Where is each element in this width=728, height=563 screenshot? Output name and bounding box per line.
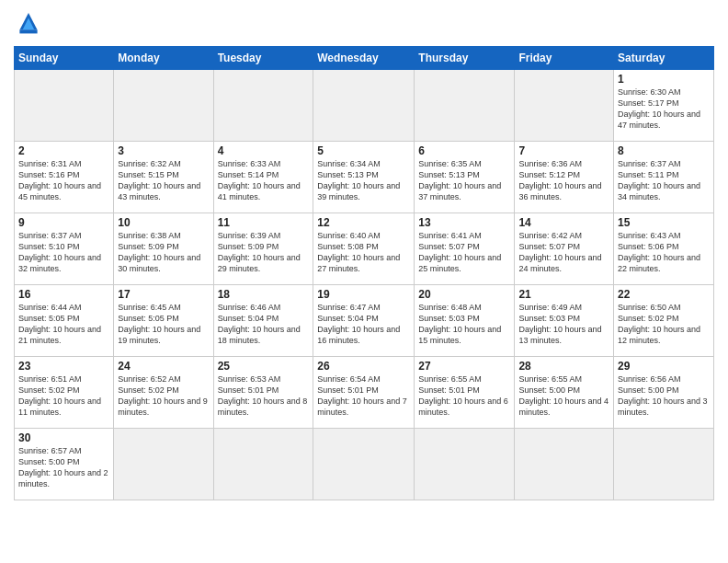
- day-cell: [114, 70, 213, 142]
- day-number: 4: [218, 144, 310, 157]
- day-number: 26: [317, 360, 410, 373]
- day-info: Sunrise: 6:45 AMSunset: 5:05 PMDaylight:…: [118, 302, 209, 347]
- svg-rect-2: [19, 29, 37, 33]
- day-number: 24: [118, 360, 209, 373]
- day-info: Sunrise: 6:51 AMSunset: 5:02 PMDaylight:…: [18, 373, 109, 419]
- day-info: Sunrise: 6:34 AMSunset: 5:13 PMDaylight:…: [317, 158, 410, 203]
- day-info: Sunrise: 6:57 AMSunset: 5:00 PMDaylight:…: [18, 445, 109, 490]
- weekday-row: SundayMondayTuesdayWednesdayThursdayFrid…: [15, 47, 714, 70]
- day-number: 1: [618, 73, 710, 86]
- logo: [14, 9, 47, 39]
- day-number: 30: [18, 431, 109, 444]
- day-number: 3: [118, 144, 209, 157]
- week-row-4: 16Sunrise: 6:44 AMSunset: 5:05 PMDayligh…: [15, 285, 714, 357]
- day-info: Sunrise: 6:54 AMSunset: 5:01 PMDaylight:…: [317, 373, 410, 419]
- day-number: 5: [317, 144, 410, 157]
- day-number: 14: [518, 216, 609, 229]
- day-info: Sunrise: 6:31 AMSunset: 5:16 PMDaylight:…: [18, 158, 109, 203]
- day-number: 25: [218, 360, 310, 373]
- day-cell: 5Sunrise: 6:34 AMSunset: 5:13 PMDaylight…: [313, 142, 415, 213]
- weekday-header-wednesday: Wednesday: [313, 47, 415, 70]
- day-cell: 7Sunrise: 6:36 AMSunset: 5:12 PMDaylight…: [515, 142, 614, 213]
- week-row-3: 9Sunrise: 6:37 AMSunset: 5:10 PMDaylight…: [15, 213, 714, 285]
- day-info: Sunrise: 6:47 AMSunset: 5:04 PMDaylight:…: [317, 302, 410, 347]
- day-number: 13: [418, 216, 510, 229]
- day-info: Sunrise: 6:33 AMSunset: 5:14 PMDaylight:…: [218, 158, 310, 203]
- day-info: Sunrise: 6:32 AMSunset: 5:15 PMDaylight:…: [118, 158, 209, 203]
- day-cell: [415, 429, 515, 500]
- day-number: 19: [317, 288, 410, 301]
- day-cell: 30Sunrise: 6:57 AMSunset: 5:00 PMDayligh…: [15, 429, 114, 500]
- day-cell: 24Sunrise: 6:52 AMSunset: 5:02 PMDayligh…: [114, 357, 213, 429]
- day-info: Sunrise: 6:41 AMSunset: 5:07 PMDaylight:…: [418, 230, 510, 275]
- day-cell: 25Sunrise: 6:53 AMSunset: 5:01 PMDayligh…: [213, 357, 313, 429]
- day-cell: 14Sunrise: 6:42 AMSunset: 5:07 PMDayligh…: [515, 213, 614, 285]
- day-info: Sunrise: 6:55 AMSunset: 5:00 PMDaylight:…: [518, 373, 609, 419]
- week-row-2: 2Sunrise: 6:31 AMSunset: 5:16 PMDaylight…: [15, 142, 714, 213]
- day-cell: 13Sunrise: 6:41 AMSunset: 5:07 PMDayligh…: [415, 213, 515, 285]
- weekday-header-friday: Friday: [515, 47, 614, 70]
- day-info: Sunrise: 6:50 AMSunset: 5:02 PMDaylight:…: [618, 302, 710, 347]
- day-number: 29: [618, 360, 710, 373]
- weekday-header-sunday: Sunday: [15, 47, 114, 70]
- day-info: Sunrise: 6:37 AMSunset: 5:11 PMDaylight:…: [618, 158, 710, 203]
- week-row-5: 23Sunrise: 6:51 AMSunset: 5:02 PMDayligh…: [15, 357, 714, 429]
- day-info: Sunrise: 6:30 AMSunset: 5:17 PMDaylight:…: [618, 86, 710, 132]
- day-cell: 22Sunrise: 6:50 AMSunset: 5:02 PMDayligh…: [614, 285, 714, 357]
- day-cell: 23Sunrise: 6:51 AMSunset: 5:02 PMDayligh…: [15, 357, 114, 429]
- weekday-header-monday: Monday: [114, 47, 213, 70]
- day-cell: [213, 429, 313, 500]
- day-cell: [614, 429, 714, 500]
- day-info: Sunrise: 6:35 AMSunset: 5:13 PMDaylight:…: [418, 158, 510, 203]
- calendar: SundayMondayTuesdayWednesdayThursdayFrid…: [14, 46, 714, 500]
- weekday-header-saturday: Saturday: [614, 47, 714, 70]
- day-cell: [515, 70, 614, 142]
- day-info: Sunrise: 6:49 AMSunset: 5:03 PMDaylight:…: [518, 302, 609, 347]
- day-number: 6: [418, 144, 510, 157]
- week-row-1: 1Sunrise: 6:30 AMSunset: 5:17 PMDaylight…: [15, 70, 714, 142]
- day-number: 8: [618, 144, 710, 157]
- day-cell: 17Sunrise: 6:45 AMSunset: 5:05 PMDayligh…: [114, 285, 213, 357]
- header: [14, 9, 714, 39]
- day-cell: 29Sunrise: 6:56 AMSunset: 5:00 PMDayligh…: [614, 357, 714, 429]
- day-cell: 19Sunrise: 6:47 AMSunset: 5:04 PMDayligh…: [313, 285, 415, 357]
- day-cell: 4Sunrise: 6:33 AMSunset: 5:14 PMDaylight…: [213, 142, 313, 213]
- day-number: 22: [618, 288, 710, 301]
- day-cell: 26Sunrise: 6:54 AMSunset: 5:01 PMDayligh…: [313, 357, 415, 429]
- day-info: Sunrise: 6:42 AMSunset: 5:07 PMDaylight:…: [518, 230, 609, 275]
- day-cell: 6Sunrise: 6:35 AMSunset: 5:13 PMDaylight…: [415, 142, 515, 213]
- day-number: 10: [118, 216, 209, 229]
- day-cell: [114, 429, 213, 500]
- day-cell: 10Sunrise: 6:38 AMSunset: 5:09 PMDayligh…: [114, 213, 213, 285]
- day-number: 15: [618, 216, 710, 229]
- day-cell: 3Sunrise: 6:32 AMSunset: 5:15 PMDaylight…: [114, 142, 213, 213]
- day-cell: [415, 70, 515, 142]
- day-info: Sunrise: 6:40 AMSunset: 5:08 PMDaylight:…: [317, 230, 410, 275]
- day-number: 7: [518, 144, 609, 157]
- day-cell: [313, 429, 415, 500]
- day-cell: 18Sunrise: 6:46 AMSunset: 5:04 PMDayligh…: [213, 285, 313, 357]
- day-number: 16: [18, 288, 109, 301]
- day-cell: 20Sunrise: 6:48 AMSunset: 5:03 PMDayligh…: [415, 285, 515, 357]
- weekday-header-thursday: Thursday: [415, 47, 515, 70]
- day-number: 11: [218, 216, 310, 229]
- day-number: 9: [18, 216, 109, 229]
- day-number: 20: [418, 288, 510, 301]
- day-info: Sunrise: 6:53 AMSunset: 5:01 PMDaylight:…: [218, 373, 310, 419]
- day-cell: 21Sunrise: 6:49 AMSunset: 5:03 PMDayligh…: [515, 285, 614, 357]
- day-number: 2: [18, 144, 109, 157]
- logo-icon: [14, 9, 43, 39]
- day-cell: 16Sunrise: 6:44 AMSunset: 5:05 PMDayligh…: [15, 285, 114, 357]
- page: SundayMondayTuesdayWednesdayThursdayFrid…: [0, 0, 728, 563]
- day-cell: 1Sunrise: 6:30 AMSunset: 5:17 PMDaylight…: [614, 70, 714, 142]
- day-info: Sunrise: 6:56 AMSunset: 5:00 PMDaylight:…: [618, 373, 710, 419]
- day-cell: 9Sunrise: 6:37 AMSunset: 5:10 PMDaylight…: [15, 213, 114, 285]
- day-info: Sunrise: 6:39 AMSunset: 5:09 PMDaylight:…: [218, 230, 310, 275]
- day-info: Sunrise: 6:44 AMSunset: 5:05 PMDaylight:…: [18, 302, 109, 347]
- day-cell: 11Sunrise: 6:39 AMSunset: 5:09 PMDayligh…: [213, 213, 313, 285]
- day-cell: [515, 429, 614, 500]
- day-cell: 12Sunrise: 6:40 AMSunset: 5:08 PMDayligh…: [313, 213, 415, 285]
- day-cell: [213, 70, 313, 142]
- week-row-6: 30Sunrise: 6:57 AMSunset: 5:00 PMDayligh…: [15, 429, 714, 500]
- day-cell: 8Sunrise: 6:37 AMSunset: 5:11 PMDaylight…: [614, 142, 714, 213]
